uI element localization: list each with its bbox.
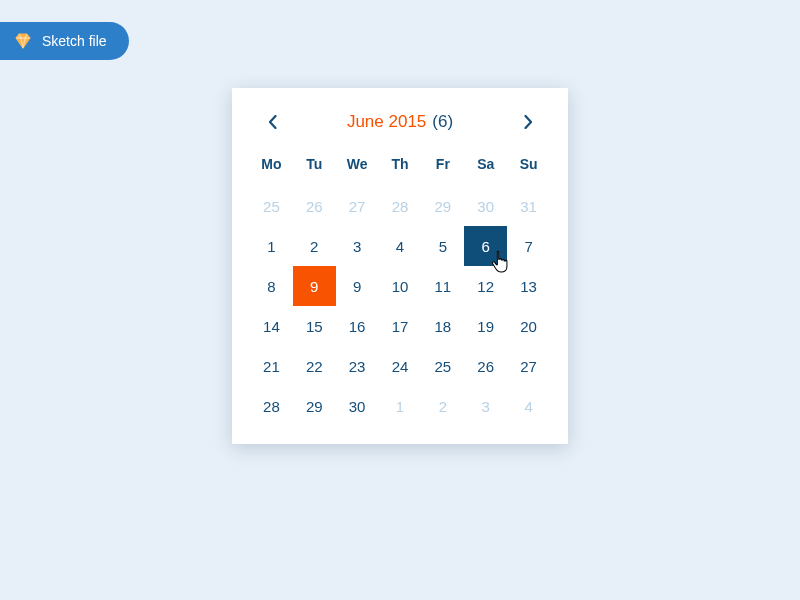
weekday-header: Fr xyxy=(421,150,464,186)
day-cell[interactable]: 25 xyxy=(421,346,464,386)
sketch-file-badge[interactable]: Sketch file xyxy=(0,22,129,60)
day-cell[interactable]: 29 xyxy=(293,386,336,426)
day-cell[interactable]: 13 xyxy=(507,266,550,306)
day-cell[interactable]: 14 xyxy=(250,306,293,346)
day-cell[interactable]: 18 xyxy=(421,306,464,346)
day-cell[interactable]: 24 xyxy=(379,346,422,386)
day-cell[interactable]: 9 xyxy=(336,266,379,306)
day-cell[interactable]: 3 xyxy=(464,386,507,426)
day-cell[interactable]: 30 xyxy=(336,386,379,426)
weekday-header: Mo xyxy=(250,150,293,186)
days-grid: 2526272829303112345678991011121314151617… xyxy=(250,186,550,426)
day-cell[interactable]: 17 xyxy=(379,306,422,346)
day-cell[interactable]: 2 xyxy=(421,386,464,426)
weekday-header-row: MoTuWeThFrSaSu xyxy=(250,150,550,186)
day-cell[interactable]: 28 xyxy=(379,186,422,226)
day-cell[interactable]: 12 xyxy=(464,266,507,306)
calendar-title: June 2015 (6) xyxy=(347,112,453,132)
day-cell[interactable]: 4 xyxy=(507,386,550,426)
badge-label: Sketch file xyxy=(42,33,107,49)
weekday-header: We xyxy=(336,150,379,186)
weekday-header: Tu xyxy=(293,150,336,186)
day-cell[interactable]: 27 xyxy=(507,346,550,386)
day-cell[interactable]: 19 xyxy=(464,306,507,346)
day-cell[interactable]: 3 xyxy=(336,226,379,266)
day-cell[interactable]: 28 xyxy=(250,386,293,426)
day-cell[interactable]: 27 xyxy=(336,186,379,226)
day-cell[interactable]: 1 xyxy=(379,386,422,426)
weekday-header: Sa xyxy=(464,150,507,186)
day-cell[interactable]: 5 xyxy=(421,226,464,266)
day-cell[interactable]: 26 xyxy=(464,346,507,386)
selected-count: (6) xyxy=(432,112,453,132)
day-cell[interactable]: 31 xyxy=(507,186,550,226)
day-cell[interactable]: 9 xyxy=(293,266,336,306)
day-cell[interactable]: 2 xyxy=(293,226,336,266)
day-cell[interactable]: 22 xyxy=(293,346,336,386)
month-label: June 2015 xyxy=(347,112,426,132)
diamond-icon xyxy=(14,32,32,50)
next-month-button[interactable] xyxy=(516,110,540,134)
weekday-header: Th xyxy=(379,150,422,186)
day-cell[interactable]: 15 xyxy=(293,306,336,346)
day-cell[interactable]: 4 xyxy=(379,226,422,266)
calendar-header: June 2015 (6) xyxy=(250,110,550,134)
weekday-header: Su xyxy=(507,150,550,186)
day-cell[interactable]: 29 xyxy=(421,186,464,226)
day-cell[interactable]: 21 xyxy=(250,346,293,386)
day-cell[interactable]: 6 xyxy=(464,226,507,266)
day-cell[interactable]: 23 xyxy=(336,346,379,386)
day-cell[interactable]: 11 xyxy=(421,266,464,306)
day-cell[interactable]: 20 xyxy=(507,306,550,346)
day-cell[interactable]: 30 xyxy=(464,186,507,226)
day-cell[interactable]: 26 xyxy=(293,186,336,226)
calendar-card: June 2015 (6) MoTuWeThFrSaSu 25262728293… xyxy=(232,88,568,444)
day-cell[interactable]: 8 xyxy=(250,266,293,306)
day-cell[interactable]: 16 xyxy=(336,306,379,346)
day-cell[interactable]: 7 xyxy=(507,226,550,266)
day-cell[interactable]: 1 xyxy=(250,226,293,266)
prev-month-button[interactable] xyxy=(260,110,284,134)
day-cell[interactable]: 25 xyxy=(250,186,293,226)
day-cell[interactable]: 10 xyxy=(379,266,422,306)
